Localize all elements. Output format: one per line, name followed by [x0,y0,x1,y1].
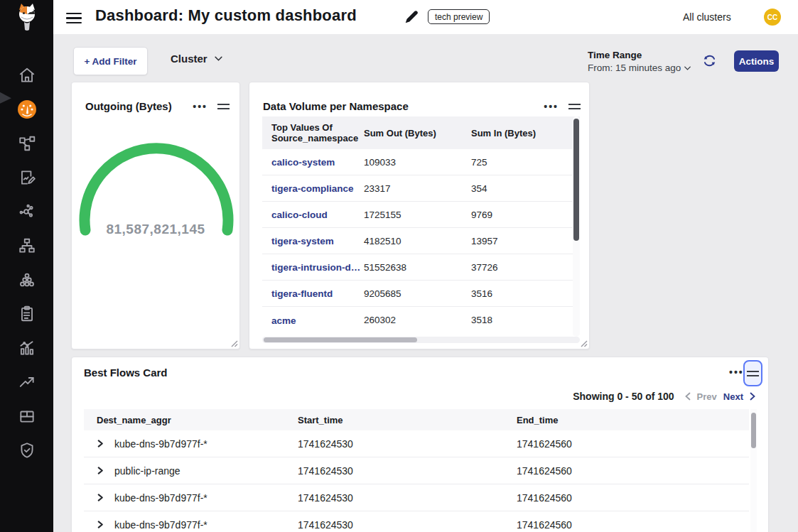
namespace-link[interactable]: calico-system [271,157,335,168]
refresh-icon [702,53,717,68]
end-time-value: 1741624560 [517,519,730,531]
prev-page-button[interactable]: Prev [697,391,717,402]
sidebar-item-network-sets[interactable] [0,229,53,263]
col-sum-out: Sum Out (Bytes) [364,128,471,139]
edit-pencil-icon[interactable] [404,9,419,25]
dest-name-value: kube-dns-9b7d977f-* [114,519,207,531]
start-time-value: 1741624530 [298,465,517,477]
calico-cat-logo-icon [15,3,39,31]
namespace-link[interactable]: tigera-fluentd [271,288,333,299]
dest-name-value: kube-dns-9b7d977f-* [114,492,207,504]
chevron-left-icon[interactable] [685,392,691,401]
card-drag-handle-icon[interactable] [217,101,230,112]
table-row[interactable]: kube-dns-9b7d977f-* 1741624530 174162456… [84,511,749,532]
user-avatar[interactable]: CC [764,9,781,26]
sum-in-value: 3516 [471,288,571,299]
start-time-value: 1741624530 [298,492,517,504]
sidebar-item-packages[interactable] [0,399,53,433]
sidebar-item-dashboard[interactable] [0,92,53,126]
home-icon [18,66,36,85]
sidebar-item-analytics[interactable] [0,331,53,365]
add-filter-button[interactable]: + Add Filter [73,47,148,75]
report-edit-icon [18,168,36,187]
data-volume-card-title: Data Volume per Namespace [263,100,409,112]
table-row[interactable]: kube-dns-9b7d977f-* 1741624530 174162456… [84,484,749,511]
end-time-value: 1741624560 [517,492,730,504]
cluster-scope-selector[interactable]: All clusters [683,11,731,23]
namespace-link[interactable]: calico-cloud [271,210,328,220]
best-flows-card-title: Best Flows Card [84,367,168,379]
cluster-filter-label: Cluster [171,53,207,65]
dest-name-value: public-ip-range [114,465,180,477]
sidebar-item-topology[interactable] [0,126,53,161]
table-row[interactable]: public-ip-range 1741624530 1741624560 [84,457,749,484]
refresh-button[interactable] [702,53,717,68]
dest-name-value: kube-dns-9b7d977f-* [114,438,207,450]
sum-in-value: 13957 [471,236,571,246]
time-range-value-dropdown[interactable]: From: 15 minutes ago [588,63,691,73]
calico-logo[interactable] [0,0,53,34]
time-range-value: From: 15 minutes ago [588,63,681,73]
table-row[interactable]: kube-dns-9b7d977f-* 1741624530 174162456… [84,430,749,457]
sidebar-item-home[interactable] [0,58,53,92]
vertical-scrollbar [750,409,757,532]
vertical-scrollbar-thumb[interactable] [751,413,756,448]
table-row: calico-system 109033 725 [262,149,580,175]
outgoing-bytes-card: Outgoing (Bytes) ••• 81,587,821,145 [71,82,240,349]
resize-handle-icon[interactable] [231,340,238,347]
next-page-button[interactable]: Next [723,391,743,402]
card-drag-handle-icon [747,368,759,379]
left-sidebar [0,34,53,532]
namespace-link[interactable]: tigera-intrusion-d… [271,262,360,273]
sidebar-item-service-graph[interactable] [0,195,53,229]
resize-handle-icon[interactable] [581,340,588,347]
sidebar-item-compliance[interactable] [0,297,53,331]
expand-chevron-icon[interactable] [97,440,104,447]
sum-out-value: 109033 [364,157,471,168]
chevron-right-icon[interactable] [750,392,755,401]
namespace-link[interactable]: tigera-system [271,236,334,246]
namespace-table-header: Top Values Of Source_namespace Sum Out (… [262,116,580,149]
col-end-time: End_time [517,415,730,425]
box-icon [18,407,36,425]
dashboard-gauge-icon [17,99,37,119]
chevron-down-icon [215,56,222,61]
sum-out-value: 9205685 [364,288,471,299]
sum-out-value: 4182510 [364,236,471,246]
col-start-time: Start_time [298,415,517,425]
namespace-link[interactable]: acme [271,315,296,326]
sum-out-value: 51552638 [364,262,471,273]
card-menu-ellipsis-icon[interactable]: ••• [729,369,744,375]
sidebar-item-reports[interactable] [0,161,53,195]
table-row: tigera-compliance 23317 354 [262,175,580,202]
network-tree-icon [18,237,36,255]
expand-chevron-icon[interactable] [97,467,104,474]
card-drag-handle-focused[interactable] [743,360,762,386]
sum-out-value: 260302 [364,315,471,325]
expand-chevron-icon[interactable] [97,521,104,528]
horizontal-scrollbar-thumb[interactable] [264,337,417,342]
table-row: calico-cloud 1725155 9769 [262,202,580,228]
gauge-value: 81,587,821,145 [72,222,239,237]
expand-chevron-icon[interactable] [97,494,104,501]
table-row: acme 260302 3518 [262,307,580,333]
start-time-value: 1741624530 [298,438,517,450]
card-menu-ellipsis-icon[interactable]: ••• [544,104,559,109]
sidebar-item-threat-feeds[interactable] [0,365,53,399]
cluster-filter-dropdown[interactable]: Cluster [171,53,222,65]
namespace-link[interactable]: tigera-compliance [271,183,354,194]
card-drag-handle-icon[interactable] [568,101,581,112]
app-root: Dashboard: My custom dashboard tech prev… [0,0,798,532]
sidebar-item-security[interactable] [0,433,53,467]
col-source-namespace: Top Values Of Source_namespace [262,122,364,143]
card-menu-ellipsis-icon[interactable]: ••• [193,104,207,109]
vertical-scrollbar-thumb[interactable] [573,119,579,241]
table-row: tigera-fluentd 9205685 3516 [262,281,580,307]
actions-button[interactable]: Actions [734,50,779,72]
menu-hamburger-icon[interactable] [66,10,82,24]
trend-arrow-icon [18,373,36,391]
sidebar-item-workloads[interactable] [0,263,53,297]
end-time-value: 1741624560 [517,438,730,450]
horizontal-scrollbar [262,337,580,343]
stats-chart-icon [18,339,36,357]
